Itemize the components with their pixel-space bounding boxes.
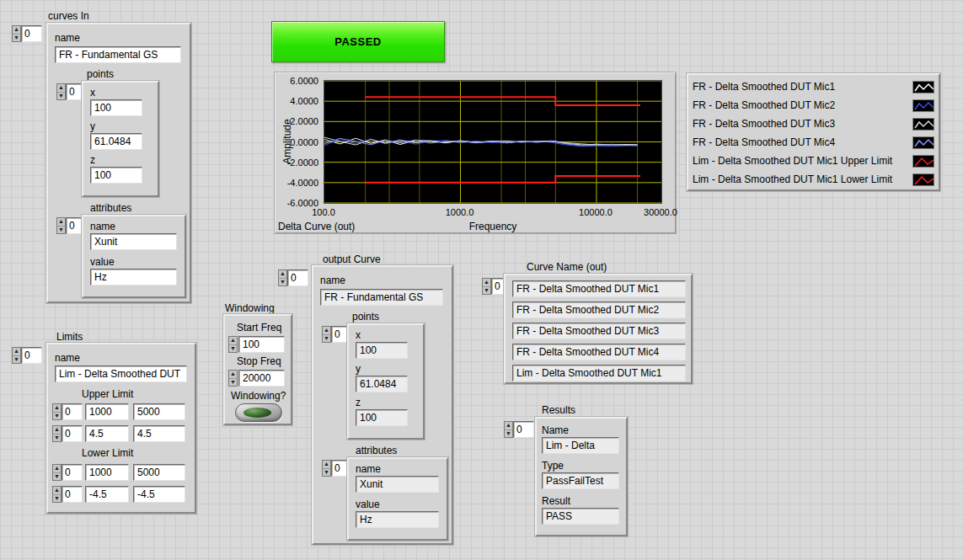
- index-value[interactable]: 0: [62, 464, 83, 481]
- decrement-icon[interactable]: ▼: [57, 227, 65, 234]
- decrement-icon[interactable]: ▼: [229, 379, 237, 387]
- legend-row[interactable]: FR - Delta Smoothed DUT Mic2: [693, 96, 934, 115]
- upper-amp-1-field[interactable]: 4.5: [133, 425, 185, 442]
- index-arrows[interactable]: ▲ ▼: [56, 217, 66, 234]
- windowing-toggle-button[interactable]: [235, 403, 282, 422]
- start-freq-spinner[interactable]: ▲ ▼: [228, 336, 238, 353]
- plot-style-icon[interactable]: [912, 99, 934, 112]
- decrement-icon[interactable]: ▼: [53, 413, 61, 420]
- windowing-cluster: Start Freq ▲ ▼ 100 Stop Freq ▲ ▼ 20000 W…: [223, 314, 292, 425]
- plot-style-icon[interactable]: [912, 136, 934, 149]
- increment-icon[interactable]: ▲: [13, 26, 20, 35]
- upper-freq-0-field[interactable]: 1000: [85, 403, 129, 420]
- curves-in-index[interactable]: ▲ ▼ 0: [12, 25, 42, 42]
- x-field[interactable]: 100: [90, 99, 142, 116]
- lower-freq-index[interactable]: ▲▼ 0: [52, 464, 83, 481]
- index-arrows[interactable]: ▲ ▼: [322, 460, 331, 477]
- index-arrows[interactable]: ▲ ▼: [12, 25, 21, 42]
- stop-freq-spinner[interactable]: ▲ ▼: [228, 370, 238, 387]
- decrement-icon[interactable]: ▼: [279, 279, 286, 286]
- legend-row[interactable]: Lim - Delta Smoothed DUT Mic1 Upper Limi…: [693, 152, 934, 170]
- increment-icon[interactable]: ▲: [279, 270, 286, 279]
- stop-freq-field[interactable]: 20000: [238, 370, 285, 387]
- legend-label: Lim - Delta Smoothed DUT Mic1 Upper Limi…: [693, 155, 912, 167]
- z-label: z: [356, 397, 361, 408]
- attr-value-field[interactable]: Hz: [90, 269, 177, 285]
- index-value[interactable]: 0: [513, 421, 534, 438]
- index-arrows[interactable]: ▲ ▼: [504, 421, 513, 438]
- increment-icon[interactable]: ▲: [53, 487, 61, 495]
- index-arrows[interactable]: ▲ ▼: [228, 370, 238, 387]
- plot-style-icon[interactable]: [912, 81, 934, 93]
- lower-amp-1-field[interactable]: -4.5: [133, 486, 185, 503]
- name-label: name: [55, 32, 80, 44]
- lower-amp-0-field[interactable]: -4.5: [85, 486, 129, 503]
- upper-freq-1-field[interactable]: 5000: [133, 403, 185, 420]
- decrement-icon[interactable]: ▼: [53, 495, 61, 503]
- decrement-icon[interactable]: ▼: [53, 435, 61, 442]
- index-arrows[interactable]: ▲ ▼: [482, 278, 491, 295]
- legend-row[interactable]: Lim - Delta Smoothed DUT Mic1 Lower Limi…: [693, 170, 934, 189]
- decrement-icon[interactable]: ▼: [53, 473, 61, 481]
- curve-name-field[interactable]: FR - Fundamental GS: [55, 46, 181, 63]
- legend-label: FR - Delta Smoothed DUT Mic1: [693, 81, 912, 93]
- index-arrows[interactable]: ▲▼: [52, 486, 62, 503]
- decrement-icon[interactable]: ▼: [323, 335, 330, 343]
- index-arrows[interactable]: ▲▼: [52, 403, 62, 420]
- upper-amp-0-field[interactable]: 4.5: [85, 425, 129, 442]
- results-index[interactable]: ▲ ▼ 0: [504, 421, 534, 438]
- decrement-icon[interactable]: ▼: [483, 287, 490, 295]
- increment-icon[interactable]: ▲: [13, 348, 20, 356]
- index-value[interactable]: 0: [62, 403, 83, 420]
- index-value[interactable]: 0: [62, 425, 83, 442]
- increment-icon[interactable]: ▲: [505, 422, 512, 430]
- increment-icon[interactable]: ▲: [229, 337, 237, 345]
- index-arrows[interactable]: ▲▼: [52, 425, 62, 442]
- legend-row[interactable]: FR - Delta Smoothed DUT Mic1: [693, 77, 934, 96]
- increment-icon[interactable]: ▲: [53, 426, 61, 435]
- attr-name-field[interactable]: Xunit: [90, 233, 177, 250]
- index-arrows[interactable]: ▲ ▼: [278, 269, 287, 286]
- index-arrows[interactable]: ▲ ▼: [228, 336, 238, 353]
- index-arrows[interactable]: ▲ ▼: [56, 83, 66, 100]
- legend-row[interactable]: FR - Delta Smoothed DUT Mic4: [693, 133, 934, 152]
- increment-icon[interactable]: ▲: [53, 404, 61, 413]
- index-arrows[interactable]: ▲ ▼: [12, 347, 21, 364]
- lower-freq-0-field[interactable]: 1000: [85, 464, 129, 481]
- index-value[interactable]: 0: [21, 25, 42, 42]
- decrement-icon[interactable]: ▼: [505, 430, 512, 438]
- upper-freq-index[interactable]: ▲▼ 0: [52, 403, 83, 420]
- start-freq-field[interactable]: 100: [238, 336, 285, 353]
- decrement-icon[interactable]: ▼: [229, 345, 237, 353]
- z-field[interactable]: 100: [90, 167, 142, 184]
- plot-style-icon[interactable]: [912, 118, 934, 131]
- decrement-icon[interactable]: ▼: [323, 469, 330, 477]
- decrement-icon[interactable]: ▼: [57, 93, 65, 100]
- lower-freq-1-field[interactable]: 5000: [133, 464, 185, 481]
- increment-icon[interactable]: ▲: [229, 371, 237, 379]
- plot-area[interactable]: [324, 80, 662, 204]
- upper-amp-index[interactable]: ▲▼ 0: [52, 425, 83, 442]
- decrement-icon[interactable]: ▼: [13, 356, 20, 364]
- index-arrows[interactable]: ▲▼: [52, 464, 62, 481]
- index-arrows[interactable]: ▲ ▼: [322, 326, 331, 343]
- limit-name-field[interactable]: Lim - Delta Smoothed DUT: [55, 365, 187, 382]
- increment-icon[interactable]: ▲: [53, 465, 61, 473]
- lower-amp-index[interactable]: ▲▼ 0: [52, 486, 83, 503]
- plot-style-icon[interactable]: [912, 173, 934, 186]
- index-value[interactable]: 0: [62, 486, 83, 503]
- increment-icon[interactable]: ▲: [57, 218, 65, 227]
- z-field: 100: [356, 409, 408, 426]
- legend-row[interactable]: FR - Delta Smoothed DUT Mic3: [693, 115, 934, 133]
- index-value[interactable]: 0: [287, 269, 308, 286]
- limits-index[interactable]: ▲ ▼ 0: [12, 347, 42, 364]
- increment-icon[interactable]: ▲: [323, 461, 330, 469]
- y-field[interactable]: 61.0484: [90, 133, 142, 150]
- decrement-icon[interactable]: ▼: [13, 35, 20, 42]
- output-curve-index[interactable]: ▲ ▼ 0: [278, 269, 308, 286]
- increment-icon[interactable]: ▲: [483, 279, 490, 287]
- plot-style-icon[interactable]: [912, 155, 934, 168]
- increment-icon[interactable]: ▲: [323, 327, 330, 335]
- increment-icon[interactable]: ▲: [57, 84, 65, 93]
- index-value[interactable]: 0: [21, 347, 42, 364]
